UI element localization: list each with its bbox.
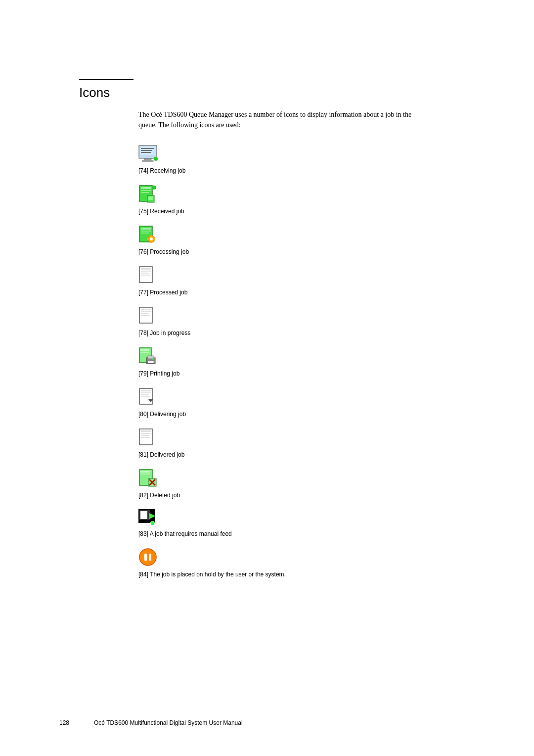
processing-job-icon [138, 225, 475, 246]
svg-rect-43 [141, 390, 151, 391]
svg-rect-44 [141, 392, 151, 393]
svg-rect-21 [150, 235, 152, 237]
icon-item-81: [81] Delivered job [138, 428, 475, 459]
footer-text: Océ TDS600 Multifunctional Digital Syste… [94, 719, 243, 726]
on-hold-icon [138, 548, 475, 568]
svg-rect-61 [140, 511, 147, 519]
svg-rect-40 [148, 361, 154, 363]
svg-rect-46 [141, 396, 150, 397]
svg-rect-64 [150, 522, 155, 523]
svg-rect-37 [140, 352, 149, 353]
svg-rect-36 [140, 349, 149, 351]
svg-rect-66 [144, 554, 147, 561]
icon-item-79: [79] Printing job [138, 347, 475, 378]
svg-rect-29 [141, 275, 150, 276]
icon-label-78: [78] Job in progress [138, 330, 190, 336]
icon-label-82: [82] Deleted job [138, 492, 180, 499]
page: Icons The Océ TDS600 Queue Manager uses … [0, 0, 534, 756]
icon-label-80: [80] Delivering job [138, 411, 186, 418]
svg-rect-26 [141, 268, 151, 270]
svg-rect-52 [141, 437, 150, 438]
page-footer: 128 Océ TDS600 Multifunctional Digital S… [59, 719, 475, 726]
svg-rect-51 [141, 435, 149, 436]
received-job-icon [138, 185, 475, 205]
icon-item-74: [74] Receiving job [138, 145, 475, 175]
svg-rect-49 [141, 430, 151, 432]
svg-rect-54 [140, 471, 150, 472]
delivered-job-icon [138, 428, 475, 449]
svg-rect-67 [149, 554, 151, 561]
svg-rect-33 [141, 313, 149, 314]
manual-feed-icon [138, 509, 475, 528]
icons-list: [74] Receiving job [75] Received job [138, 145, 475, 578]
svg-rect-28 [141, 273, 149, 274]
icon-label-81: [81] Delivered job [138, 451, 184, 458]
svg-rect-22 [150, 241, 152, 243]
svg-rect-50 [141, 433, 151, 434]
job-in-progress-icon [138, 306, 475, 327]
svg-rect-27 [141, 271, 151, 272]
section-title: Icons [79, 85, 475, 100]
svg-rect-5 [144, 158, 151, 160]
processed-job-icon [138, 266, 475, 286]
icon-item-77: [77] Processed job [138, 266, 475, 296]
deleted-job-icon [138, 469, 475, 489]
delivering-job-icon [138, 387, 475, 408]
svg-rect-16 [141, 228, 151, 230]
icon-item-75: [75] Received job [138, 185, 475, 215]
icon-label-75: [75] Received job [138, 208, 184, 215]
intro-paragraph: The Océ TDS600 Queue Manager uses a numb… [138, 109, 415, 130]
receiving-job-icon [138, 145, 475, 165]
printing-job-icon [138, 347, 475, 368]
svg-rect-23 [147, 238, 149, 240]
icon-item-78: [78] Job in progress [138, 306, 475, 337]
icon-item-76: [76] Processing job [138, 225, 475, 256]
icon-item-83: [83] A job that requires manual feed [138, 509, 475, 538]
icon-item-80: [80] Delivering job [138, 387, 475, 418]
icon-label-83: [83] A job that requires manual feed [138, 530, 232, 537]
page-number: 128 [59, 719, 79, 726]
svg-rect-24 [153, 238, 155, 240]
svg-rect-55 [140, 473, 150, 474]
icon-label-79: [79] Printing job [138, 370, 179, 377]
svg-rect-17 [141, 231, 151, 232]
icon-label-76: [76] Processing job [138, 248, 189, 255]
svg-rect-39 [148, 356, 154, 359]
icon-label-77: [77] Processed job [138, 289, 187, 296]
svg-rect-13 [148, 196, 153, 200]
icon-label-74: [74] Receiving job [138, 167, 185, 174]
svg-rect-32 [141, 311, 151, 312]
svg-point-7 [154, 157, 158, 161]
svg-rect-18 [141, 233, 149, 234]
svg-rect-1 [140, 146, 156, 155]
svg-point-41 [152, 358, 154, 360]
svg-rect-6 [142, 160, 153, 162]
svg-rect-10 [141, 190, 151, 191]
svg-rect-34 [141, 315, 150, 316]
svg-rect-11 [141, 192, 149, 193]
section-title-bar [79, 79, 134, 80]
svg-point-65 [139, 549, 156, 566]
icon-label-84: [84] The job is placed on hold by the us… [138, 571, 286, 578]
icon-item-84: [84] The job is placed on hold by the us… [138, 548, 475, 578]
svg-rect-45 [141, 394, 149, 395]
svg-rect-31 [141, 309, 151, 310]
svg-rect-9 [141, 187, 151, 189]
icon-item-82: [82] Deleted job [138, 469, 475, 499]
svg-point-20 [150, 237, 153, 240]
svg-point-14 [152, 186, 156, 189]
